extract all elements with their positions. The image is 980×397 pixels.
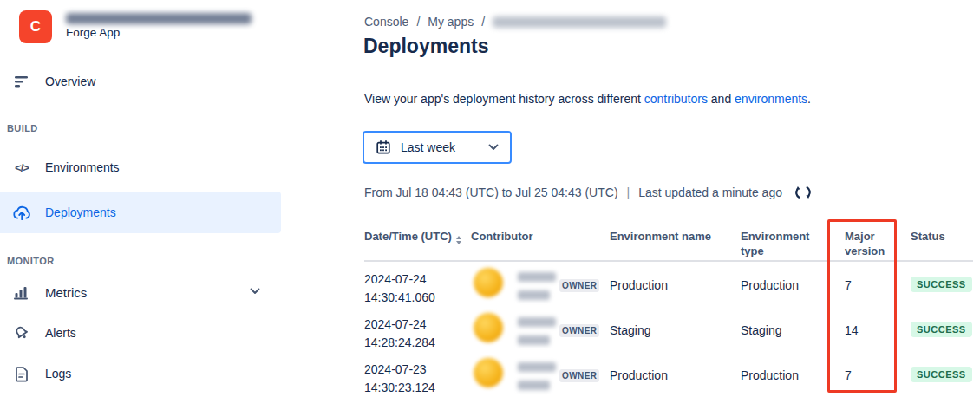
sidebar-item-overview[interactable]: Overview — [0, 62, 281, 101]
environment-name-cell: Production — [610, 278, 668, 292]
sidebar-item-label: Logs — [45, 367, 71, 381]
owner-badge: OWNER — [559, 324, 599, 337]
major-version-cell: 7 — [845, 368, 852, 382]
environment-name-cell: Production — [610, 368, 668, 382]
refresh-icon[interactable] — [794, 184, 812, 201]
environment-type-cell: Production — [741, 278, 799, 292]
page-title: Deployments — [363, 35, 488, 58]
code-icon: </> — [11, 161, 32, 174]
chevron-down-icon — [488, 144, 499, 151]
environment-type-cell: Staging — [741, 323, 781, 337]
page-description: View your app's deployment history acros… — [364, 92, 811, 106]
sidebar-item-label: Deployments — [45, 205, 116, 219]
avatar — [474, 313, 503, 342]
major-version-cell: 14 — [845, 323, 859, 337]
table-row: 2024-07-24 14:28:24.284 OWNER Staging St… — [364, 312, 973, 357]
alert-bell-icon — [11, 324, 32, 342]
column-header-datetime[interactable]: Date/Time (UTC) — [364, 229, 461, 244]
description-text: . — [807, 92, 811, 106]
contributor-name-redacted — [518, 272, 556, 282]
time-value: 14:28:24.284 — [364, 334, 435, 352]
avatar — [474, 268, 503, 297]
major-version-cell: 7 — [845, 278, 852, 292]
sidebar-item-logs[interactable]: Logs — [0, 355, 281, 393]
column-header-environment-name: Environment name — [610, 229, 711, 244]
time-value: 14:30:23.124 — [364, 379, 435, 397]
table-row: 2024-07-24 14:30:41.060 OWNER Production… — [364, 267, 973, 312]
status-badge: SUCCESS — [911, 322, 972, 337]
sidebar-item-label: Alerts — [45, 326, 76, 340]
calendar-icon — [376, 140, 391, 155]
sidebar-section-monitor: MONITOR — [7, 256, 55, 266]
sidebar-item-label: Overview — [45, 75, 95, 88]
sidebar-item-metrics[interactable]: Metrics — [0, 273, 281, 311]
last-updated-text: Last updated a minute ago — [638, 185, 782, 199]
contributor-name-redacted — [518, 317, 556, 327]
sidebar-item-label: Metrics — [45, 285, 87, 300]
environment-name-cell: Staging — [610, 323, 650, 337]
cloud-deploy-icon — [11, 205, 32, 221]
sidebar-item-label: Environments — [45, 160, 120, 174]
contributor-name-redacted — [518, 290, 550, 300]
document-icon — [11, 366, 32, 382]
status-bar-separator: | — [627, 185, 630, 199]
datetime-cell: 2024-07-24 14:28:24.284 — [364, 316, 435, 352]
column-header-contributor: Contributor — [471, 229, 532, 244]
table-header-divider — [364, 260, 973, 262]
overview-icon — [11, 75, 32, 88]
date-range-dropdown[interactable]: Last week — [363, 131, 512, 164]
contributor-name-redacted — [518, 381, 550, 390]
column-header-label: Date/Time (UTC) — [364, 230, 452, 243]
table-row: 2024-07-23 14:30:23.124 OWNER Production… — [364, 357, 973, 397]
date-value: 2024-07-24 — [364, 270, 435, 289]
chevron-down-icon[interactable] — [250, 288, 260, 295]
date-value: 2024-07-24 — [364, 316, 435, 334]
breadcrumb-separator: / — [416, 15, 420, 29]
sidebar: C Forge App Overview BUILD </> Environme… — [0, 0, 291, 397]
breadcrumb: Console / My apps / — [364, 15, 666, 29]
contributor-name-redacted — [518, 362, 556, 372]
time-value: 14:30:41.060 — [364, 289, 435, 307]
owner-badge: OWNER — [559, 369, 599, 382]
bar-chart-icon — [11, 285, 32, 300]
forge-console-screen: C Forge App Overview BUILD </> Environme… — [0, 0, 980, 397]
contributors-link[interactable]: contributors — [644, 92, 708, 106]
description-text: and — [708, 92, 735, 106]
app-name-redacted — [66, 13, 252, 24]
breadcrumb-console[interactable]: Console — [364, 15, 408, 29]
app-type-label: Forge App — [66, 26, 120, 39]
breadcrumb-separator: / — [481, 15, 485, 29]
column-header-environment-type: Environment type — [741, 229, 813, 258]
column-header-status: Status — [911, 229, 945, 244]
avatar — [474, 358, 503, 387]
datetime-cell: 2024-07-24 14:30:41.060 — [364, 270, 435, 307]
sidebar-section-build: BUILD — [7, 123, 38, 133]
breadcrumb-app-name-redacted — [493, 16, 666, 28]
status-badge: SUCCESS — [911, 277, 972, 292]
contributor-name-redacted — [518, 335, 550, 345]
environments-link[interactable]: environments — [735, 92, 807, 106]
sidebar-item-environments[interactable]: </> Environments — [0, 148, 281, 186]
sort-icon[interactable] — [456, 236, 461, 244]
sidebar-item-alerts[interactable]: Alerts — [0, 314, 281, 352]
status-bar: From Jul 18 04:43 (UTC) to Jul 25 04:43 … — [364, 184, 812, 201]
status-badge: SUCCESS — [911, 367, 972, 382]
breadcrumb-my-apps[interactable]: My apps — [428, 15, 474, 29]
date-range-value: Last week — [401, 140, 455, 154]
date-value: 2024-07-23 — [364, 361, 435, 379]
date-range-text: From Jul 18 04:43 (UTC) to Jul 25 04:43 … — [364, 185, 618, 199]
app-logo: C — [19, 10, 52, 43]
description-text: View your app's deployment history acros… — [364, 92, 644, 106]
sidebar-item-deployments[interactable]: Deployments — [0, 192, 281, 233]
owner-badge: OWNER — [559, 279, 599, 292]
datetime-cell: 2024-07-23 14:30:23.124 — [364, 361, 435, 397]
column-header-major-version: Major version — [845, 229, 892, 258]
environment-type-cell: Production — [741, 368, 799, 382]
